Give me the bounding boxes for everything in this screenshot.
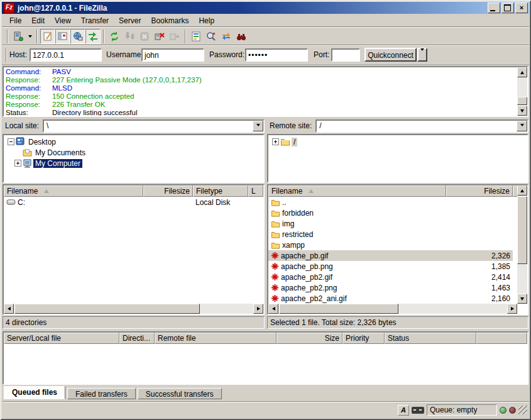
tree-item-my-computer[interactable]: My Computer bbox=[4, 158, 263, 169]
toggle-local-tree-button[interactable] bbox=[55, 29, 70, 44]
scroll-right-button[interactable] bbox=[253, 304, 263, 314]
maximize-button[interactable] bbox=[501, 3, 514, 13]
remote-file-row[interactable]: restricted bbox=[268, 229, 527, 240]
remote-file-row[interactable]: .. bbox=[268, 197, 527, 207]
activity-led-green-icon bbox=[500, 407, 506, 414]
remote-file-row[interactable]: xampp bbox=[268, 240, 527, 250]
remote-site-combo[interactable]: / bbox=[315, 119, 528, 133]
combo-dropdown-button[interactable] bbox=[253, 121, 263, 131]
column-header-filesize[interactable]: Filesize bbox=[143, 185, 193, 197]
remote-file-row[interactable]: img bbox=[268, 218, 527, 229]
scrollbar-thumb[interactable] bbox=[279, 304, 398, 314]
tab-queued-files[interactable]: Queued files bbox=[4, 386, 65, 399]
quickconnect-button[interactable]: Quickconnect bbox=[364, 48, 417, 62]
remote-file-row[interactable]: apache_pb.png 1,385 bbox=[268, 261, 527, 272]
column-header-direction[interactable]: Directi... bbox=[119, 333, 155, 344]
arrow-up-icon bbox=[520, 187, 524, 192]
expand-icon[interactable] bbox=[272, 138, 279, 145]
folder-icon bbox=[280, 138, 290, 146]
remote-file-row[interactable]: apache_pb2.gif 2,414 bbox=[268, 272, 527, 282]
synchronized-browsing-button[interactable] bbox=[219, 29, 234, 44]
scroll-down-button[interactable] bbox=[517, 294, 527, 304]
scroll-up-button[interactable] bbox=[517, 185, 527, 196]
host-input[interactable] bbox=[30, 48, 102, 62]
combo-dropdown-button[interactable] bbox=[517, 121, 527, 131]
remote-file-list[interactable]: Filename Filesize .. forbidden img restr… bbox=[267, 184, 528, 315]
data-type-indicator[interactable]: A bbox=[398, 405, 409, 416]
menu-server[interactable]: Server bbox=[114, 15, 146, 26]
tab-successful-transfers[interactable]: Successful transfers bbox=[138, 388, 222, 399]
host-label: Host: bbox=[9, 50, 27, 59]
reconnect-button[interactable] bbox=[167, 29, 182, 44]
quickconnect-dropdown-button[interactable] bbox=[417, 48, 427, 62]
remote-file-row[interactable]: forbidden bbox=[268, 207, 527, 218]
password-input[interactable] bbox=[245, 48, 308, 62]
scrollbar-thumb[interactable] bbox=[517, 97, 527, 105]
tree-item-my-documents[interactable]: My Documents bbox=[4, 147, 263, 158]
remote-horizontal-scrollbar[interactable] bbox=[268, 304, 517, 314]
minimize-button[interactable] bbox=[488, 3, 500, 13]
log-scrollbar[interactable] bbox=[517, 67, 527, 116]
menu-file[interactable]: File bbox=[4, 15, 26, 26]
scrollbar-thumb[interactable] bbox=[14, 304, 200, 314]
scroll-up-button[interactable] bbox=[517, 67, 527, 77]
local-horizontal-scrollbar[interactable] bbox=[4, 304, 263, 314]
menu-help[interactable]: Help bbox=[194, 15, 219, 26]
column-header-filename[interactable]: Filename bbox=[268, 185, 446, 197]
scroll-left-button[interactable] bbox=[268, 304, 278, 314]
menu-transfer[interactable]: Transfer bbox=[76, 15, 114, 26]
toggle-message-log-button[interactable] bbox=[40, 29, 55, 44]
tree-item-desktop[interactable]: Desktop bbox=[4, 136, 263, 147]
directory-listing-filters-button[interactable] bbox=[189, 29, 204, 44]
column-header-filesize[interactable]: Filesize bbox=[446, 185, 513, 197]
column-header-server-local-file[interactable]: Server/Local file bbox=[4, 333, 119, 344]
local-site-combo[interactable]: \ bbox=[43, 119, 265, 133]
queue-header: Server/Local file Directi... Remote file… bbox=[4, 333, 527, 344]
speed-limits-icon[interactable] bbox=[412, 407, 424, 414]
scroll-down-button[interactable] bbox=[517, 106, 527, 116]
menu-bookmarks[interactable]: Bookmarks bbox=[146, 15, 194, 26]
column-header-remote-file[interactable]: Remote file bbox=[155, 333, 276, 344]
toggle-transfer-queue-button[interactable] bbox=[85, 29, 101, 44]
tree-item-root[interactable]: / bbox=[268, 136, 527, 147]
remote-file-row[interactable]: apache_pb2.png 1,463 bbox=[268, 282, 527, 293]
column-header-size[interactable]: Size bbox=[276, 333, 342, 344]
local-file-list[interactable]: Filename Filesize Filetype L C: Local Di… bbox=[3, 184, 265, 315]
resize-grip[interactable] bbox=[518, 406, 527, 414]
menu-edit[interactable]: Edit bbox=[26, 15, 50, 26]
directory-comparison-button[interactable] bbox=[204, 29, 219, 44]
collapse-icon[interactable] bbox=[8, 138, 14, 145]
folder-icon bbox=[271, 220, 280, 228]
disconnect-button[interactable] bbox=[152, 29, 167, 44]
column-header-priority[interactable]: Priority bbox=[342, 333, 385, 344]
column-header-filename[interactable]: Filename bbox=[4, 185, 143, 197]
remote-file-row[interactable]: apache_pb2_ani.gif 2,160 bbox=[268, 293, 527, 304]
username-input[interactable] bbox=[141, 48, 204, 62]
remote-tree[interactable]: / bbox=[267, 134, 528, 183]
column-header-status[interactable]: Status bbox=[385, 333, 476, 344]
refresh-button[interactable] bbox=[107, 29, 122, 44]
site-manager-dropdown-button[interactable] bbox=[26, 29, 34, 44]
column-header-last-modified[interactable]: L bbox=[248, 185, 263, 197]
cancel-operation-button[interactable] bbox=[137, 29, 152, 44]
site-manager-button[interactable] bbox=[11, 29, 26, 44]
local-file-row[interactable]: C: Local Disk bbox=[4, 197, 263, 207]
scrollbar-thumb[interactable] bbox=[517, 196, 527, 264]
find-files-button[interactable] bbox=[234, 29, 249, 44]
process-queue-icon bbox=[124, 31, 134, 41]
menu-view[interactable]: View bbox=[50, 15, 76, 26]
message-log[interactable]: Command:PASV Response:227 Entering Passi… bbox=[3, 66, 528, 117]
local-tree[interactable]: Desktop My Documents My Computer bbox=[3, 134, 265, 183]
expand-icon[interactable] bbox=[14, 160, 21, 167]
scroll-right-button[interactable] bbox=[507, 304, 517, 314]
remote-vertical-scrollbar[interactable] bbox=[517, 185, 527, 304]
toggle-remote-tree-button[interactable] bbox=[70, 29, 85, 44]
column-header-filetype[interactable]: Filetype bbox=[193, 185, 248, 197]
tab-failed-transfers[interactable]: Failed transfers bbox=[67, 388, 136, 399]
port-input[interactable] bbox=[331, 48, 360, 62]
scroll-left-button[interactable] bbox=[4, 304, 14, 314]
close-button[interactable]: × bbox=[515, 3, 528, 13]
remote-file-row-selected[interactable]: apache_pb.gif 2,326 bbox=[268, 250, 513, 261]
transfer-queue[interactable]: Server/Local file Directi... Remote file… bbox=[3, 331, 528, 385]
process-queue-button[interactable] bbox=[122, 29, 137, 44]
